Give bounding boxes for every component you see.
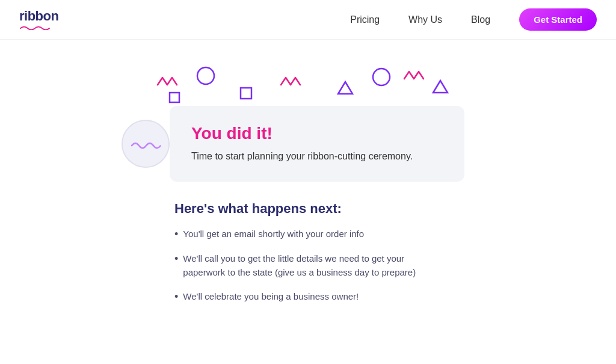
nav-link-pricing[interactable]: Pricing — [350, 14, 380, 25]
get-started-button[interactable]: Get Started — [519, 8, 597, 31]
next-steps-list: • You'll get an email shortly with your … — [174, 227, 427, 304]
list-item: • We'll celebrate you being a business o… — [174, 290, 427, 304]
next-item-3: We'll celebrate you being a business own… — [183, 290, 359, 304]
logo[interactable]: ribbon — [19, 10, 58, 30]
next-item-1: You'll get an email shortly with your or… — [183, 227, 364, 241]
bullet-icon: • — [174, 252, 178, 266]
svg-point-3 — [373, 69, 390, 85]
list-item: • You'll get an email shortly with your … — [174, 227, 427, 241]
next-item-2: We'll call you to get the little details… — [183, 252, 427, 279]
svg-rect-4 — [170, 93, 179, 102]
avatar — [122, 120, 170, 168]
logo-wave-icon — [19, 24, 51, 30]
next-heading: Here's what happens next: — [174, 201, 427, 217]
next-section: Here's what happens next: • You'll get a… — [174, 201, 427, 304]
decorative-shapes — [152, 52, 464, 112]
svg-rect-1 — [241, 88, 251, 99]
bullet-icon: • — [174, 290, 178, 304]
avatar-wave-icon — [131, 138, 161, 149]
bullet-icon: • — [174, 227, 178, 241]
svg-marker-5 — [433, 81, 448, 93]
svg-point-0 — [197, 67, 214, 84]
svg-marker-2 — [338, 82, 353, 94]
success-subtitle: Time to start planning your ribbon-cutti… — [191, 149, 443, 164]
card-section: You did it! Time to start planning your … — [152, 106, 464, 182]
main-content: You did it! Time to start planning your … — [0, 40, 616, 304]
navbar: ribbon Pricing Why Us Blog Get Started — [0, 0, 616, 40]
nav-link-blog[interactable]: Blog — [471, 14, 490, 25]
shapes-svg — [152, 52, 464, 112]
success-card: You did it! Time to start planning your … — [170, 106, 464, 182]
success-title: You did it! — [191, 124, 443, 143]
logo-text: ribbon — [19, 10, 58, 23]
nav-links: Pricing Why Us Blog Get Started — [350, 8, 597, 31]
nav-link-why-us[interactable]: Why Us — [408, 14, 442, 25]
list-item: • We'll call you to get the little detai… — [174, 252, 427, 279]
